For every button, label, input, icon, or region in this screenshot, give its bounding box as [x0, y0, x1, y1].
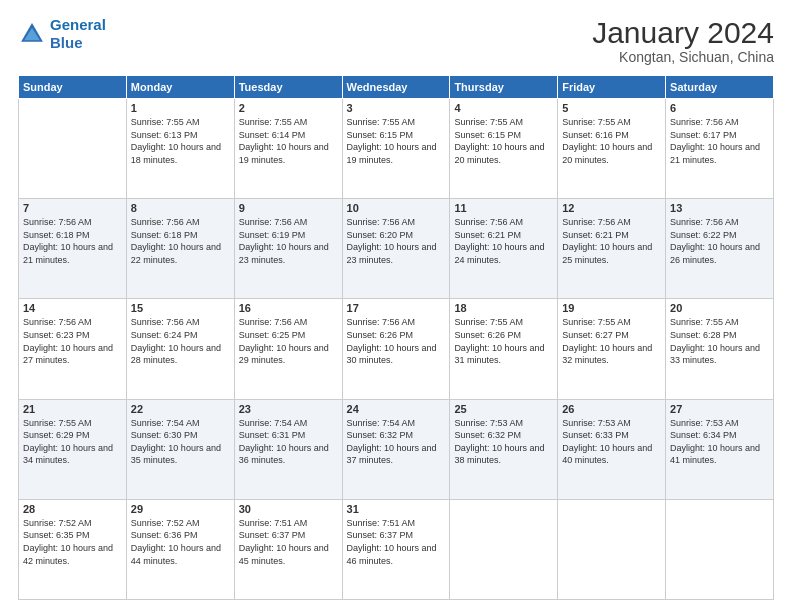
day-number: 15 — [131, 302, 230, 314]
day-info: Sunrise: 7:54 AMSunset: 6:31 PMDaylight:… — [239, 418, 329, 466]
logo-text: General Blue — [50, 16, 106, 52]
day-info: Sunrise: 7:51 AMSunset: 6:37 PMDaylight:… — [347, 518, 437, 566]
day-number: 11 — [454, 202, 553, 214]
table-row: 7 Sunrise: 7:56 AMSunset: 6:18 PMDayligh… — [19, 199, 127, 299]
day-number: 25 — [454, 403, 553, 415]
day-info: Sunrise: 7:51 AMSunset: 6:37 PMDaylight:… — [239, 518, 329, 566]
table-row: 30 Sunrise: 7:51 AMSunset: 6:37 PMDaylig… — [234, 499, 342, 599]
header: General Blue January 2024 Kongtan, Sichu… — [18, 16, 774, 65]
day-number: 4 — [454, 102, 553, 114]
day-info: Sunrise: 7:56 AMSunset: 6:25 PMDaylight:… — [239, 317, 329, 365]
logo: General Blue — [18, 16, 106, 52]
table-row: 25 Sunrise: 7:53 AMSunset: 6:32 PMDaylig… — [450, 399, 558, 499]
day-info: Sunrise: 7:56 AMSunset: 6:18 PMDaylight:… — [131, 217, 221, 265]
day-info: Sunrise: 7:56 AMSunset: 6:23 PMDaylight:… — [23, 317, 113, 365]
day-info: Sunrise: 7:54 AMSunset: 6:32 PMDaylight:… — [347, 418, 437, 466]
table-row: 18 Sunrise: 7:55 AMSunset: 6:26 PMDaylig… — [450, 299, 558, 399]
day-info: Sunrise: 7:56 AMSunset: 6:19 PMDaylight:… — [239, 217, 329, 265]
calendar-subtitle: Kongtan, Sichuan, China — [592, 49, 774, 65]
day-info: Sunrise: 7:55 AMSunset: 6:14 PMDaylight:… — [239, 117, 329, 165]
logo-line1: General — [50, 16, 106, 33]
calendar-table: Sunday Monday Tuesday Wednesday Thursday… — [18, 75, 774, 600]
day-number: 21 — [23, 403, 122, 415]
day-info: Sunrise: 7:56 AMSunset: 6:26 PMDaylight:… — [347, 317, 437, 365]
day-number: 20 — [670, 302, 769, 314]
day-number: 18 — [454, 302, 553, 314]
table-row: 12 Sunrise: 7:56 AMSunset: 6:21 PMDaylig… — [558, 199, 666, 299]
table-row: 31 Sunrise: 7:51 AMSunset: 6:37 PMDaylig… — [342, 499, 450, 599]
calendar-header-row: Sunday Monday Tuesday Wednesday Thursday… — [19, 76, 774, 99]
table-row: 28 Sunrise: 7:52 AMSunset: 6:35 PMDaylig… — [19, 499, 127, 599]
table-row: 10 Sunrise: 7:56 AMSunset: 6:20 PMDaylig… — [342, 199, 450, 299]
logo-line2: Blue — [50, 34, 83, 51]
table-row: 23 Sunrise: 7:54 AMSunset: 6:31 PMDaylig… — [234, 399, 342, 499]
day-number: 27 — [670, 403, 769, 415]
day-number: 9 — [239, 202, 338, 214]
day-number: 13 — [670, 202, 769, 214]
day-number: 1 — [131, 102, 230, 114]
table-row: 19 Sunrise: 7:55 AMSunset: 6:27 PMDaylig… — [558, 299, 666, 399]
day-number: 30 — [239, 503, 338, 515]
table-row: 15 Sunrise: 7:56 AMSunset: 6:24 PMDaylig… — [126, 299, 234, 399]
table-row: 26 Sunrise: 7:53 AMSunset: 6:33 PMDaylig… — [558, 399, 666, 499]
day-number: 7 — [23, 202, 122, 214]
day-info: Sunrise: 7:55 AMSunset: 6:13 PMDaylight:… — [131, 117, 221, 165]
table-row — [558, 499, 666, 599]
day-number: 6 — [670, 102, 769, 114]
day-number: 28 — [23, 503, 122, 515]
day-info: Sunrise: 7:56 AMSunset: 6:17 PMDaylight:… — [670, 117, 760, 165]
table-row: 27 Sunrise: 7:53 AMSunset: 6:34 PMDaylig… — [666, 399, 774, 499]
day-info: Sunrise: 7:55 AMSunset: 6:15 PMDaylight:… — [454, 117, 544, 165]
day-number: 8 — [131, 202, 230, 214]
day-info: Sunrise: 7:55 AMSunset: 6:28 PMDaylight:… — [670, 317, 760, 365]
day-info: Sunrise: 7:56 AMSunset: 6:22 PMDaylight:… — [670, 217, 760, 265]
col-sunday: Sunday — [19, 76, 127, 99]
col-wednesday: Wednesday — [342, 76, 450, 99]
day-number: 5 — [562, 102, 661, 114]
day-info: Sunrise: 7:56 AMSunset: 6:18 PMDaylight:… — [23, 217, 113, 265]
table-row: 24 Sunrise: 7:54 AMSunset: 6:32 PMDaylig… — [342, 399, 450, 499]
table-row: 9 Sunrise: 7:56 AMSunset: 6:19 PMDayligh… — [234, 199, 342, 299]
day-info: Sunrise: 7:52 AMSunset: 6:36 PMDaylight:… — [131, 518, 221, 566]
table-row: 8 Sunrise: 7:56 AMSunset: 6:18 PMDayligh… — [126, 199, 234, 299]
logo-icon — [18, 20, 46, 48]
day-info: Sunrise: 7:56 AMSunset: 6:21 PMDaylight:… — [454, 217, 544, 265]
table-row: 21 Sunrise: 7:55 AMSunset: 6:29 PMDaylig… — [19, 399, 127, 499]
table-row — [666, 499, 774, 599]
table-row: 17 Sunrise: 7:56 AMSunset: 6:26 PMDaylig… — [342, 299, 450, 399]
day-info: Sunrise: 7:55 AMSunset: 6:15 PMDaylight:… — [347, 117, 437, 165]
day-info: Sunrise: 7:53 AMSunset: 6:32 PMDaylight:… — [454, 418, 544, 466]
day-info: Sunrise: 7:54 AMSunset: 6:30 PMDaylight:… — [131, 418, 221, 466]
day-number: 10 — [347, 202, 446, 214]
col-monday: Monday — [126, 76, 234, 99]
col-saturday: Saturday — [666, 76, 774, 99]
table-row: 6 Sunrise: 7:56 AMSunset: 6:17 PMDayligh… — [666, 99, 774, 199]
day-number: 31 — [347, 503, 446, 515]
col-tuesday: Tuesday — [234, 76, 342, 99]
table-row: 5 Sunrise: 7:55 AMSunset: 6:16 PMDayligh… — [558, 99, 666, 199]
table-row: 3 Sunrise: 7:55 AMSunset: 6:15 PMDayligh… — [342, 99, 450, 199]
table-row: 20 Sunrise: 7:55 AMSunset: 6:28 PMDaylig… — [666, 299, 774, 399]
calendar-title: January 2024 — [592, 16, 774, 49]
title-block: January 2024 Kongtan, Sichuan, China — [592, 16, 774, 65]
col-thursday: Thursday — [450, 76, 558, 99]
day-number: 14 — [23, 302, 122, 314]
table-row: 4 Sunrise: 7:55 AMSunset: 6:15 PMDayligh… — [450, 99, 558, 199]
day-number: 26 — [562, 403, 661, 415]
day-info: Sunrise: 7:53 AMSunset: 6:34 PMDaylight:… — [670, 418, 760, 466]
table-row: 14 Sunrise: 7:56 AMSunset: 6:23 PMDaylig… — [19, 299, 127, 399]
table-row: 13 Sunrise: 7:56 AMSunset: 6:22 PMDaylig… — [666, 199, 774, 299]
table-row: 29 Sunrise: 7:52 AMSunset: 6:36 PMDaylig… — [126, 499, 234, 599]
day-number: 3 — [347, 102, 446, 114]
day-info: Sunrise: 7:55 AMSunset: 6:27 PMDaylight:… — [562, 317, 652, 365]
day-info: Sunrise: 7:55 AMSunset: 6:16 PMDaylight:… — [562, 117, 652, 165]
table-row — [450, 499, 558, 599]
calendar-page: General Blue January 2024 Kongtan, Sichu… — [0, 0, 792, 612]
day-number: 17 — [347, 302, 446, 314]
day-number: 2 — [239, 102, 338, 114]
day-info: Sunrise: 7:56 AMSunset: 6:24 PMDaylight:… — [131, 317, 221, 365]
table-row: 11 Sunrise: 7:56 AMSunset: 6:21 PMDaylig… — [450, 199, 558, 299]
table-row: 2 Sunrise: 7:55 AMSunset: 6:14 PMDayligh… — [234, 99, 342, 199]
day-info: Sunrise: 7:55 AMSunset: 6:29 PMDaylight:… — [23, 418, 113, 466]
table-row: 22 Sunrise: 7:54 AMSunset: 6:30 PMDaylig… — [126, 399, 234, 499]
